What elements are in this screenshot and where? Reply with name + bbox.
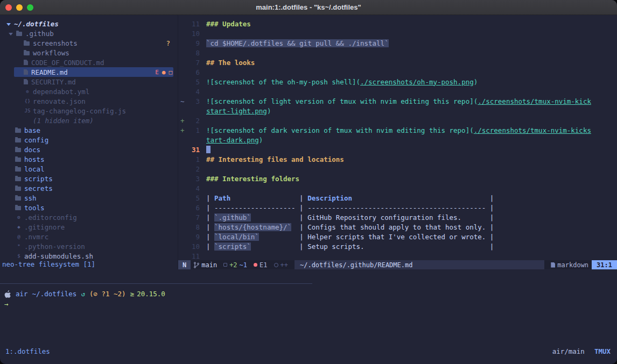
tree-item-secrets[interactable]: secrets <box>0 183 178 193</box>
editor-cursor-line[interactable]: 31 <box>178 145 617 154</box>
image-link-url[interactable]: tart-dark.png <box>206 136 259 144</box>
close-button[interactable] <box>5 4 12 11</box>
image-link-text: ) <box>267 107 271 115</box>
tree-item-code-of-conduct[interactable]: CODE_OF_CONDUCT.md <box>0 58 178 67</box>
editor-line[interactable]: 4 <box>178 87 617 96</box>
plugin-status: ++ <box>281 261 288 269</box>
git-add-sign: + <box>178 126 186 134</box>
editor-line[interactable]: 7 ## The looks <box>178 58 617 67</box>
tree-item-label: docs <box>24 146 40 154</box>
tmux-window-item[interactable]: 1:.dotfiles <box>5 347 50 355</box>
tree-item-github[interactable]: .github <box>0 28 178 38</box>
line-number: 11 <box>186 20 200 28</box>
table-cell: Helper scripts that I've collected or wr… <box>307 233 486 241</box>
tree-item-label: ssh <box>24 194 37 202</box>
line-number: 6 <box>186 204 200 212</box>
zoom-button[interactable] <box>27 4 33 11</box>
tree-item-hosts[interactable]: hosts <box>0 154 178 164</box>
neotree-statusline: neo-tree filesystem [1] <box>2 260 95 268</box>
editor-line-wrap[interactable]: start-light.png) <box>178 106 617 116</box>
table-pipe: | <box>490 242 494 251</box>
editor-line[interactable]: 11 ### Updates <box>178 19 617 28</box>
table-pipe: | <box>490 213 494 222</box>
tree-item-scripts[interactable]: scripts <box>0 174 178 183</box>
image-link-url[interactable]: start-light.png <box>206 107 267 115</box>
tree-item-label: screenshots <box>33 39 78 47</box>
editor-line table-separator[interactable]: 6 | -------------------- | -------------… <box>178 203 617 212</box>
tree-item-screenshots[interactable]: screenshots ? <box>0 38 178 48</box>
tree-item-label: workflows <box>33 49 69 57</box>
prompt-char[interactable]: → <box>4 300 9 308</box>
tree-item-docs[interactable]: docs <box>0 145 178 154</box>
image-link-text: ) <box>474 78 478 86</box>
diff-icon <box>223 263 227 267</box>
tree-item-workflows[interactable]: workflows <box>0 48 178 58</box>
editor-line[interactable]: + 1 ![screenshot of dark version of tmux… <box>178 125 617 135</box>
tree-item-tag-changelog[interactable]: JS tag-changelog-config.js <box>0 106 178 116</box>
error-icon <box>254 263 257 267</box>
editor-line-wrap[interactable]: tart-dark.png) <box>178 135 617 145</box>
editor-line[interactable]: 2 <box>178 164 617 174</box>
line-number: 5 <box>186 194 200 202</box>
line-number: 2 <box>186 117 200 125</box>
tree-item-label: renovate.json <box>33 97 86 105</box>
editor-line[interactable]: ~ 3 ![screenshot of light version of tmu… <box>178 96 617 106</box>
yaml-file-icon: ⊙ <box>24 89 31 94</box>
editor-line table-row[interactable]: 7 | `.github` | GitHub Repository config… <box>178 212 617 222</box>
expander-down-icon <box>9 33 13 35</box>
editor-line[interactable]: 10 <box>178 28 617 38</box>
heading-2: ## The looks <box>206 59 255 67</box>
minimize-button[interactable] <box>16 4 23 11</box>
filetype-label: markdown <box>557 261 588 269</box>
line-number: 7 <box>186 213 200 222</box>
tree-item-gitignore[interactable]: ◆ .gitignore <box>0 222 178 232</box>
tree-item-label: README.md <box>31 68 68 76</box>
editor-buffer[interactable]: 11 ### Updates 10 9 `cd $HOME/.dotfiles … <box>178 15 617 260</box>
tree-item-renovate[interactable]: {} renovate.json <box>0 96 178 106</box>
tree-item-local[interactable]: local <box>0 164 178 174</box>
editor-line[interactable]: 6 <box>178 67 617 77</box>
mode-indicator: N <box>178 260 191 269</box>
editor-line table-row[interactable]: 9 | `local/bin` | Helper scripts that I'… <box>178 232 617 241</box>
table-pipe: | <box>490 233 494 241</box>
editor-line[interactable]: 1 ## Interesting files and locations <box>178 154 617 164</box>
table-spacing <box>291 223 299 231</box>
tree-item-label: dependabot.yml <box>33 88 89 96</box>
editor-line[interactable]: 5 ![screenshot of the oh-my-posh shell](… <box>178 77 617 87</box>
editor-pane: 11 ### Updates 10 9 `cd $HOME/.dotfiles … <box>178 15 617 269</box>
table-pipe: | <box>206 233 214 241</box>
image-link-url[interactable]: ./screenshots/oh-my-posh.png <box>360 78 474 86</box>
image-link-url[interactable]: ./screenshots/tmux-nvim-kicks <box>474 126 591 134</box>
editor-line table-row[interactable]: 10 | `scripts` | Setup scripts. | <box>178 241 617 251</box>
heading-3: ### Updates <box>206 20 251 28</box>
editor-line[interactable]: 3 ### Interesting folders <box>178 174 617 183</box>
tmux-pane-border[interactable] <box>0 283 312 284</box>
tree-item-config[interactable]: config <box>0 135 178 145</box>
tree-item-label: SECURITY.md <box>31 78 76 86</box>
image-link-url[interactable]: ./screenshots/tmux-nvim-kick <box>478 97 591 105</box>
editor-line table-row[interactable]: 8 | `hosts/{hostname}/` | Configs that s… <box>178 222 617 232</box>
editor-line[interactable]: 4 <box>178 183 617 193</box>
editor-line[interactable]: + 2 <box>178 116 617 125</box>
tree-item-security[interactable]: SECURITY.md <box>0 77 178 87</box>
tree-item-nvmrc[interactable]: @ .nvmrc <box>0 232 178 241</box>
tree-item-editorconfig[interactable]: ⚙ .editorconfig <box>0 212 178 222</box>
tree-item-base[interactable]: base <box>0 125 178 135</box>
editor-line table-header[interactable]: 5 | Path | Description | <box>178 193 617 203</box>
tree-item-label: .nvmrc <box>24 233 48 241</box>
editor-line[interactable]: 9 `cd $HOME/.dotfiles && git pull && ./i… <box>178 38 617 48</box>
tree-root[interactable]: ~/.dotfiles <box>0 19 178 28</box>
shell-prompt[interactable]: air ~/.dotfiles ↺ (⊘ ?1 ~2) ≥ 20.15.0 <box>4 290 165 298</box>
tree-item-tools[interactable]: tools <box>0 203 178 212</box>
line-number: 4 <box>186 184 200 192</box>
table-spacing <box>230 194 299 202</box>
tree-item-dependabot[interactable]: ⊙ dependabot.yml <box>0 87 178 96</box>
editor-line[interactable]: 8 <box>178 48 617 58</box>
tree-item-add-submodules[interactable]: $ add-submodules.sh <box>0 251 178 261</box>
tree-item-readme[interactable]: README.md E ● □ <box>0 67 178 77</box>
prompt-cwd: ~/.dotfiles <box>32 290 77 298</box>
tree-item-python-version[interactable]: * .python-version <box>0 241 178 251</box>
tree-item-ssh[interactable]: ssh <box>0 193 178 203</box>
editor-line[interactable]: 11 <box>178 251 617 260</box>
git-modified-mark: ● <box>162 69 166 76</box>
